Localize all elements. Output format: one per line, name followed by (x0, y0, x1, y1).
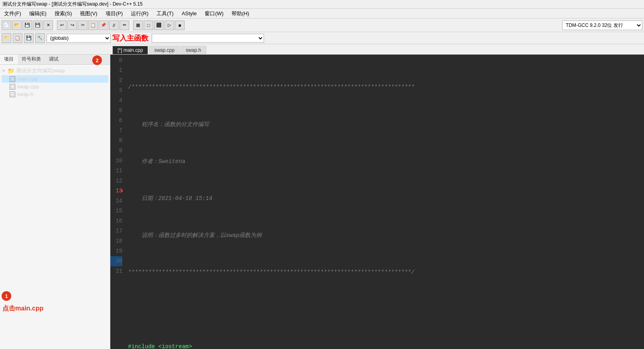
file-swap-cpp[interactable]: □ swap.cpp (2, 83, 108, 90)
menu-project[interactable]: 项目(P) (103, 9, 125, 18)
linenum-15: 15 (110, 206, 122, 216)
chevron-down-icon: ▼ (2, 68, 6, 73)
undo-btn[interactable]: ↩ (57, 20, 67, 30)
menu-search[interactable]: 搜索(S) (52, 9, 74, 18)
project-folder[interactable]: ▼ 📁 测试分文件编写swap (2, 66, 108, 75)
indent-btn[interactable]: ✏ (120, 20, 129, 30)
code-content[interactable]: /***************************************… (125, 55, 644, 349)
toolbar2: 📁 📋 💾 🔧 (globals) 写入主函数 (0, 32, 644, 44)
copy-btn[interactable]: 📋 (88, 20, 98, 30)
linenum-9: 9 (110, 146, 122, 156)
file-icon-swap-h: □ (10, 92, 15, 97)
project-name: 测试分文件编写swap (16, 67, 65, 74)
code-area: 0 1 2 3 4 5 6 7 8 9 10 11 12 13 14 15 16… (110, 55, 644, 349)
main-area: 项目 符号和类 调试 2 ▼ 📁 测试分文件编写swap □ main.cpp … (0, 55, 644, 349)
linenum-3: 3 (110, 86, 122, 96)
close-btn[interactable]: ✕ (43, 20, 53, 30)
sidebar-tab-symbols[interactable]: 符号和类 (18, 55, 45, 64)
annotation-text-1: 点击main.cpp (2, 304, 43, 313)
code-line-3: 日期：2021-04-10 15:14 (128, 194, 641, 204)
compile-btn[interactable]: ▦ (133, 20, 143, 30)
menu-bar: 文件(F) 编辑(E) 搜索(S) 视图(V) 项目(P) 运行(R) 工具(T… (0, 9, 644, 18)
save-btn[interactable]: 💾 (22, 20, 32, 30)
linenum-5: 5 (110, 106, 122, 116)
linenum-8: 8 (110, 136, 122, 146)
linenum-16: 16 (110, 216, 122, 226)
file-main-cpp[interactable]: □ main.cpp (2, 75, 108, 83)
file-icon-main: □ (10, 76, 15, 82)
sidebar-tab-project[interactable]: 项目 (0, 55, 18, 64)
linenum-20: 20 (110, 256, 122, 266)
cut-btn[interactable]: ✂ (78, 20, 87, 30)
filename-swap-cpp: swap.cpp (17, 84, 39, 90)
toolbar1: 📄 📂 💾 💾 ✕ ↩ ↪ ✂ 📋 📌 // ✏ ▦ □ ⬛ ▷ ■ TDM-G… (0, 18, 644, 32)
linenum-0: 0 (110, 55, 122, 65)
menu-view[interactable]: 视图(V) (77, 9, 100, 18)
tab-swap-cpp[interactable]: swap.cpp (149, 46, 180, 54)
redo-btn[interactable]: ↪ (67, 20, 77, 30)
globals-select[interactable]: (globals) (47, 34, 111, 43)
run-btn[interactable]: □ (144, 20, 153, 30)
debug-btn[interactable]: ⬛ (154, 20, 164, 30)
file-swap-h[interactable]: □ swap.h (2, 90, 108, 98)
compiler-select[interactable]: TDM-GCC 9.2.0 32位 发行 (562, 20, 642, 30)
linenum-13: 13 (110, 186, 122, 196)
menu-edit[interactable]: 编辑(E) (27, 9, 49, 18)
menu-file[interactable]: 文件(F) (2, 9, 24, 18)
linenum-10: 10 (110, 156, 122, 166)
filename-main: main.cpp (17, 76, 38, 82)
tab-main-cpp[interactable]: [*] main.cpp (112, 46, 148, 54)
linenum-21: 21 (110, 266, 122, 276)
linenum-6: 6 (110, 116, 122, 126)
file-icon-swap-cpp: □ (10, 84, 15, 90)
code-line-0: /***************************************… (128, 82, 641, 92)
tb2-btn1[interactable]: 📁 (2, 33, 11, 43)
linenum-19: 19 (110, 246, 122, 256)
code-editor[interactable]: 0 1 2 3 4 5 6 7 8 9 10 11 12 13 14 15 16… (110, 55, 644, 349)
filename-swap-h: swap.h (17, 91, 33, 97)
menu-astyle[interactable]: AStyle (179, 10, 199, 17)
sidebar: 项目 符号和类 调试 2 ▼ 📁 测试分文件编写swap □ main.cpp … (0, 55, 110, 349)
linenum-18: 18 (110, 236, 122, 246)
folder-icon: 📁 (8, 67, 14, 74)
menu-tools[interactable]: 工具(T) (154, 9, 176, 18)
menu-window[interactable]: 窗口(W) (202, 9, 226, 18)
code-line-5: ****************************************… (128, 267, 641, 278)
line-numbers: 0 1 2 3 4 5 6 7 8 9 10 11 12 13 14 15 16… (110, 55, 125, 349)
comment-btn[interactable]: // (109, 20, 119, 30)
code-line-1: 程序名：函数的分文件编写 (128, 119, 641, 129)
linenum-7: 7 (110, 126, 122, 136)
open-btn[interactable]: 📂 (12, 20, 22, 30)
project-tree: ▼ 📁 测试分文件编写swap □ main.cpp □ swap.cpp □ … (0, 65, 110, 100)
code-line-7: #include <iostream> (128, 341, 641, 349)
linenum-14: 14 (110, 196, 122, 206)
function-select[interactable] (152, 34, 264, 43)
tab-swap-h[interactable]: swap.h (181, 46, 206, 54)
tb2-btn2[interactable]: 📋 (13, 33, 22, 43)
title-text: 测试分文件编写swap - [测试分文件编写swap.dev] - Dev-C+… (2, 1, 142, 8)
linenum-2: 2 (110, 76, 122, 86)
code-line-4: 说明：函数过多时的解决方案，以swap函数为例 (128, 231, 641, 241)
linenum-4: 4 (110, 96, 122, 106)
code-line-2: 作者：Sweitena (128, 157, 641, 167)
write-main-label: 写入主函数 (112, 33, 148, 43)
annotation-bubble-1: 1 (2, 291, 11, 301)
new-btn[interactable]: 📄 (2, 20, 11, 30)
title-bar: 测试分文件编写swap - [测试分文件编写swap.dev] - Dev-C+… (0, 0, 644, 9)
linenum-1: 1 (110, 65, 122, 76)
save-all-btn[interactable]: 💾 (33, 20, 43, 30)
linenum-17: 17 (110, 226, 122, 236)
paste-btn[interactable]: 📌 (99, 20, 108, 30)
linenum-12: 12 (110, 176, 122, 186)
code-line-6 (128, 304, 641, 314)
tb2-btn4[interactable]: 🔧 (35, 33, 45, 43)
stop-btn[interactable]: ■ (175, 20, 185, 30)
annotation-bubble-2: 2 (92, 55, 102, 65)
tb2-btn3[interactable]: 💾 (24, 33, 34, 43)
menu-run[interactable]: 运行(R) (128, 9, 151, 18)
run2-btn[interactable]: ▷ (165, 20, 174, 30)
linenum-11: 11 (110, 166, 122, 176)
tabs-panel: [*] main.cpp swap.cpp swap.h (0, 44, 644, 55)
menu-help[interactable]: 帮助(H) (229, 9, 252, 18)
sidebar-tab-debug[interactable]: 调试 (45, 55, 63, 64)
